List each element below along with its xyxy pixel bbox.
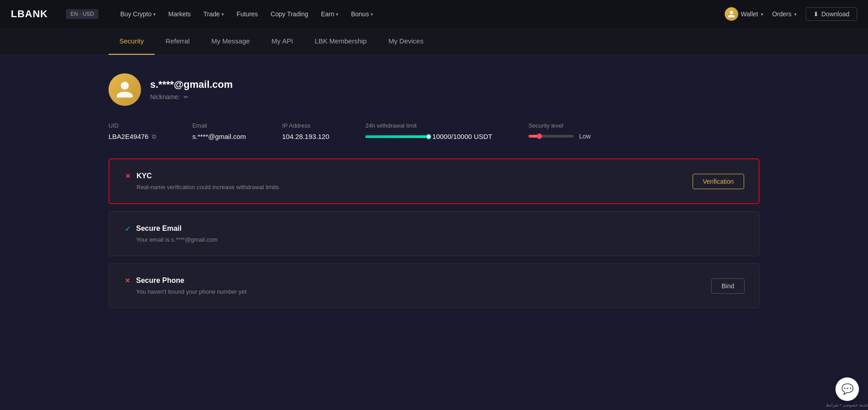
sl-bar-wrap <box>528 135 574 138</box>
secure-email-card: ✓ Secure Email Your email is s.****@gmai… <box>108 211 760 256</box>
email-value: s.****@gmail.com <box>192 133 246 140</box>
main-content: s.****@gmail.com Nickname: ✏ UID LBA2E49… <box>0 55 868 334</box>
nav-buy-crypto[interactable]: Buy Crypto ▾ <box>120 10 156 18</box>
secure-email-info: ✓ Secure Email Your email is s.****@gmai… <box>123 224 217 243</box>
secure-phone-description: You haven't bound your phone number yet <box>136 288 246 295</box>
logo[interactable]: LBANK <box>11 8 48 20</box>
progress-fill <box>365 135 429 138</box>
kyc-title: KYC <box>137 172 152 180</box>
bind-phone-button[interactable]: Bind <box>711 278 745 294</box>
security-level-value: Low <box>528 133 591 140</box>
secure-phone-status-icon: ✕ <box>123 277 132 285</box>
avatar <box>108 73 141 106</box>
tab-security[interactable]: Security <box>108 28 155 55</box>
secure-email-description: Your email is s.****@gmail.com <box>136 236 217 243</box>
kyc-card: ✕ KYC Real-name verification could incre… <box>108 158 760 204</box>
chat-widget[interactable]: 💬 خدمة خصوصی • شرایط <box>835 377 859 401</box>
withdrawal-label: 24h withdrawal limit <box>365 122 492 129</box>
copy-icon[interactable]: ⧉ <box>152 133 156 140</box>
secure-email-title: Secure Email <box>136 224 182 233</box>
withdrawal-value: 10000/10000 USDT <box>365 133 492 140</box>
download-icon: ⬇ <box>813 10 819 18</box>
tab-my-message[interactable]: My Message <box>201 28 261 55</box>
secure-phone-info: ✕ Secure Phone You haven't bound your ph… <box>123 277 246 295</box>
security-level-bar: Low <box>528 133 591 140</box>
wallet-button[interactable]: Wallet ▾ <box>725 7 763 21</box>
stats-row: UID LBA2E49476 ⧉ Email s.****@gmail.com … <box>108 122 760 140</box>
secure-phone-title: Secure Phone <box>136 277 184 285</box>
withdrawal-progress-bar <box>365 135 429 138</box>
lang-badge[interactable]: EN · USD <box>66 9 99 19</box>
nav-copy-trading[interactable]: Copy Trading <box>271 10 308 18</box>
nav-earn[interactable]: Earn ▾ <box>321 10 339 18</box>
orders-button[interactable]: Orders ▾ <box>772 10 797 18</box>
kyc-title-row: ✕ KYC <box>124 172 279 180</box>
uid-stat: UID LBA2E49476 ⧉ <box>108 122 156 140</box>
profile-section: s.****@gmail.com Nickname: ✏ <box>108 73 760 106</box>
sl-dot <box>537 133 542 139</box>
profile-info: s.****@gmail.com Nickname: ✏ <box>150 79 233 100</box>
nav-trade[interactable]: Trade ▾ <box>203 10 224 18</box>
secure-email-status-icon: ✓ <box>123 224 132 233</box>
secure-phone-title-row: ✕ Secure Phone <box>123 277 246 285</box>
uid-value: LBA2E49476 ⧉ <box>108 133 156 140</box>
tab-referral[interactable]: Referral <box>155 28 200 55</box>
subheader-tabs: Security Referral My Message My API LBK … <box>0 28 868 55</box>
ip-stat: IP Address 104.28.193.120 <box>282 122 329 140</box>
security-level-label: Security level <box>528 122 591 129</box>
kyc-status-icon: ✕ <box>124 172 132 180</box>
email-label: Email <box>192 122 246 129</box>
nav-bonus[interactable]: Bonus ▾ <box>351 10 373 18</box>
sl-fill <box>528 135 538 138</box>
kyc-info: ✕ KYC Real-name verification could incre… <box>124 172 279 191</box>
chat-icon: 💬 <box>841 383 854 395</box>
edit-icon[interactable]: ✏ <box>184 94 189 100</box>
email-stat: Email s.****@gmail.com <box>192 122 246 140</box>
main-nav: Buy Crypto ▾ Markets Trade ▾ Futures Cop… <box>120 10 710 18</box>
secure-phone-card: ✕ Secure Phone You haven't bound your ph… <box>108 263 760 308</box>
avatar <box>725 7 738 21</box>
security-level-stat: Security level Low <box>528 122 591 140</box>
progress-dot <box>426 134 431 139</box>
download-button[interactable]: ⬇ Download <box>806 7 857 21</box>
tab-my-devices[interactable]: My Devices <box>377 28 434 55</box>
secure-email-title-row: ✓ Secure Email <box>123 224 217 233</box>
ip-label: IP Address <box>282 122 329 129</box>
chevron-down-icon: ▾ <box>761 12 763 17</box>
chevron-down-icon: ▾ <box>371 12 373 17</box>
nav-markets[interactable]: Markets <box>168 10 191 18</box>
chevron-down-icon: ▾ <box>153 12 156 17</box>
ip-value: 104.28.193.120 <box>282 133 329 140</box>
tab-my-api[interactable]: My API <box>261 28 304 55</box>
chevron-down-icon: ▾ <box>336 12 338 17</box>
chevron-down-icon: ▾ <box>222 12 224 17</box>
withdrawal-stat: 24h withdrawal limit 10000/10000 USDT <box>365 122 492 140</box>
kyc-description: Real-name verification could increase wi… <box>137 184 279 191</box>
kyc-verification-button[interactable]: Verification <box>693 174 744 189</box>
tab-lbk-membership[interactable]: LBK Membership <box>304 28 377 55</box>
chat-label: خدمة خصوصی • شرایط <box>826 403 868 407</box>
chevron-down-icon: ▾ <box>794 12 797 17</box>
profile-email: s.****@gmail.com <box>150 79 233 91</box>
profile-nickname: Nickname: ✏ <box>150 93 233 100</box>
header-right: Wallet ▾ Orders ▾ ⬇ Download <box>725 7 857 21</box>
uid-label: UID <box>108 122 156 129</box>
nav-futures[interactable]: Futures <box>236 10 258 18</box>
header: LBANK EN · USD Buy Crypto ▾ Markets Trad… <box>0 0 868 28</box>
